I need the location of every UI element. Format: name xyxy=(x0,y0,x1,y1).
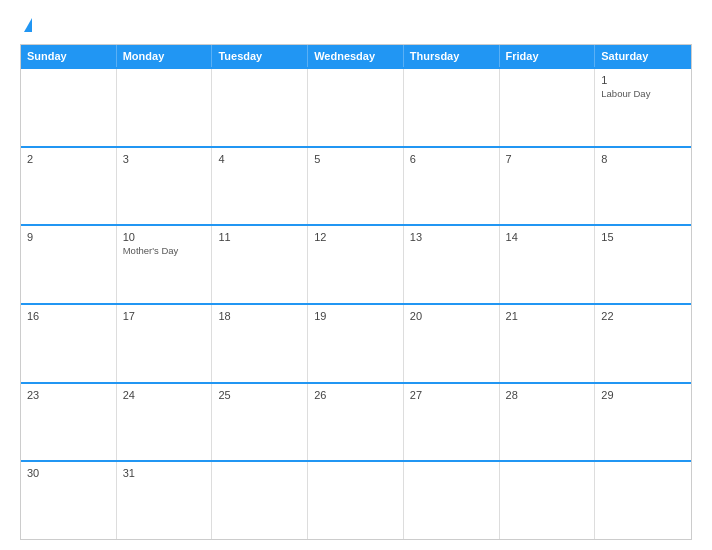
calendar-cell: 10Mother's Day xyxy=(117,226,213,303)
day-number: 4 xyxy=(218,153,301,165)
calendar-cell: 2 xyxy=(21,148,117,225)
calendar-cell: 9 xyxy=(21,226,117,303)
calendar-cell: 21 xyxy=(500,305,596,382)
day-number: 11 xyxy=(218,231,301,243)
day-number: 21 xyxy=(506,310,589,322)
header-day-friday: Friday xyxy=(500,45,596,67)
day-number: 10 xyxy=(123,231,206,243)
calendar-cell: 17 xyxy=(117,305,213,382)
header-day-thursday: Thursday xyxy=(404,45,500,67)
day-number: 13 xyxy=(410,231,493,243)
day-number: 14 xyxy=(506,231,589,243)
calendar-cell xyxy=(212,462,308,539)
calendar-cell xyxy=(117,69,213,146)
calendar-cell: 8 xyxy=(595,148,691,225)
day-number: 6 xyxy=(410,153,493,165)
calendar-week-6: 3031 xyxy=(21,460,691,539)
calendar-cell: 18 xyxy=(212,305,308,382)
day-number: 3 xyxy=(123,153,206,165)
calendar-cell: 22 xyxy=(595,305,691,382)
day-number: 15 xyxy=(601,231,685,243)
header-day-tuesday: Tuesday xyxy=(212,45,308,67)
header xyxy=(20,18,692,34)
calendar-header: SundayMondayTuesdayWednesdayThursdayFrid… xyxy=(21,45,691,67)
header-day-monday: Monday xyxy=(117,45,213,67)
day-number: 2 xyxy=(27,153,110,165)
calendar-week-2: 2345678 xyxy=(21,146,691,225)
calendar-cell xyxy=(212,69,308,146)
day-number: 27 xyxy=(410,389,493,401)
calendar-cell: 19 xyxy=(308,305,404,382)
calendar-body: 1Labour Day2345678910Mother's Day1112131… xyxy=(21,67,691,539)
page: SundayMondayTuesdayWednesdayThursdayFrid… xyxy=(0,0,712,550)
day-number: 5 xyxy=(314,153,397,165)
day-number: 29 xyxy=(601,389,685,401)
logo-triangle-icon xyxy=(24,18,32,32)
day-number: 18 xyxy=(218,310,301,322)
calendar-cell: 6 xyxy=(404,148,500,225)
calendar-cell: 26 xyxy=(308,384,404,461)
calendar-cell xyxy=(500,462,596,539)
day-number: 19 xyxy=(314,310,397,322)
header-day-wednesday: Wednesday xyxy=(308,45,404,67)
header-day-saturday: Saturday xyxy=(595,45,691,67)
day-number: 1 xyxy=(601,74,685,86)
day-number: 23 xyxy=(27,389,110,401)
calendar-week-1: 1Labour Day xyxy=(21,67,691,146)
day-number: 24 xyxy=(123,389,206,401)
calendar-cell: 25 xyxy=(212,384,308,461)
calendar-cell: 20 xyxy=(404,305,500,382)
calendar-cell xyxy=(21,69,117,146)
calendar-cell: 12 xyxy=(308,226,404,303)
calendar-cell: 24 xyxy=(117,384,213,461)
day-number: 20 xyxy=(410,310,493,322)
calendar-cell: 23 xyxy=(21,384,117,461)
calendar-week-5: 23242526272829 xyxy=(21,382,691,461)
calendar-cell xyxy=(404,462,500,539)
calendar-cell: 14 xyxy=(500,226,596,303)
calendar: SundayMondayTuesdayWednesdayThursdayFrid… xyxy=(20,44,692,540)
calendar-cell: 3 xyxy=(117,148,213,225)
day-number: 28 xyxy=(506,389,589,401)
calendar-cell: 30 xyxy=(21,462,117,539)
calendar-cell: 16 xyxy=(21,305,117,382)
day-number: 17 xyxy=(123,310,206,322)
calendar-cell xyxy=(308,69,404,146)
calendar-cell: 5 xyxy=(308,148,404,225)
day-number: 30 xyxy=(27,467,110,479)
calendar-cell: 1Labour Day xyxy=(595,69,691,146)
day-number: 26 xyxy=(314,389,397,401)
calendar-cell: 31 xyxy=(117,462,213,539)
day-number: 7 xyxy=(506,153,589,165)
day-number: 16 xyxy=(27,310,110,322)
calendar-cell xyxy=(500,69,596,146)
calendar-week-4: 16171819202122 xyxy=(21,303,691,382)
day-number: 12 xyxy=(314,231,397,243)
calendar-cell xyxy=(595,462,691,539)
calendar-cell xyxy=(308,462,404,539)
holiday-label: Labour Day xyxy=(601,88,685,100)
day-number: 22 xyxy=(601,310,685,322)
calendar-cell: 28 xyxy=(500,384,596,461)
calendar-cell xyxy=(404,69,500,146)
calendar-cell: 7 xyxy=(500,148,596,225)
day-number: 8 xyxy=(601,153,685,165)
calendar-cell: 27 xyxy=(404,384,500,461)
calendar-cell: 15 xyxy=(595,226,691,303)
calendar-week-3: 910Mother's Day1112131415 xyxy=(21,224,691,303)
calendar-cell: 11 xyxy=(212,226,308,303)
calendar-cell: 13 xyxy=(404,226,500,303)
day-number: 31 xyxy=(123,467,206,479)
header-day-sunday: Sunday xyxy=(21,45,117,67)
day-number: 25 xyxy=(218,389,301,401)
calendar-cell: 29 xyxy=(595,384,691,461)
calendar-cell: 4 xyxy=(212,148,308,225)
holiday-label: Mother's Day xyxy=(123,245,206,257)
day-number: 9 xyxy=(27,231,110,243)
logo xyxy=(20,18,32,34)
